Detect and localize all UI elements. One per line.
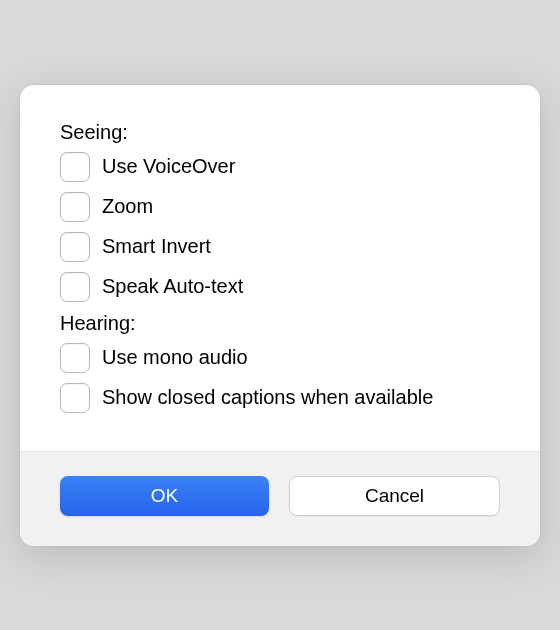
checkbox-label-zoom: Zoom: [102, 195, 153, 218]
checkbox-row-voiceover: Use VoiceOver: [60, 152, 500, 182]
checkbox-row-closed-captions: Show closed captions when available: [60, 383, 500, 413]
checkbox-label-mono-audio: Use mono audio: [102, 346, 248, 369]
checkbox-row-speak-autotext: Speak Auto-text: [60, 272, 500, 302]
checkbox-speak-autotext[interactable]: [60, 272, 90, 302]
seeing-heading: Seeing:: [60, 121, 500, 144]
checkbox-smart-invert[interactable]: [60, 232, 90, 262]
checkbox-row-mono-audio: Use mono audio: [60, 343, 500, 373]
checkbox-zoom[interactable]: [60, 192, 90, 222]
accessibility-dialog: Seeing: Use VoiceOver Zoom Smart Invert …: [20, 85, 540, 546]
checkbox-mono-audio[interactable]: [60, 343, 90, 373]
checkbox-label-smart-invert: Smart Invert: [102, 235, 211, 258]
checkbox-closed-captions[interactable]: [60, 383, 90, 413]
checkbox-voiceover[interactable]: [60, 152, 90, 182]
checkbox-row-smart-invert: Smart Invert: [60, 232, 500, 262]
dialog-footer: OK Cancel: [20, 451, 540, 546]
checkbox-row-zoom: Zoom: [60, 192, 500, 222]
checkbox-label-closed-captions: Show closed captions when available: [102, 386, 433, 409]
ok-button[interactable]: OK: [60, 476, 269, 516]
dialog-content: Seeing: Use VoiceOver Zoom Smart Invert …: [20, 85, 540, 451]
checkbox-label-speak-autotext: Speak Auto-text: [102, 275, 243, 298]
cancel-button[interactable]: Cancel: [289, 476, 500, 516]
hearing-heading: Hearing:: [60, 312, 500, 335]
checkbox-label-voiceover: Use VoiceOver: [102, 155, 235, 178]
